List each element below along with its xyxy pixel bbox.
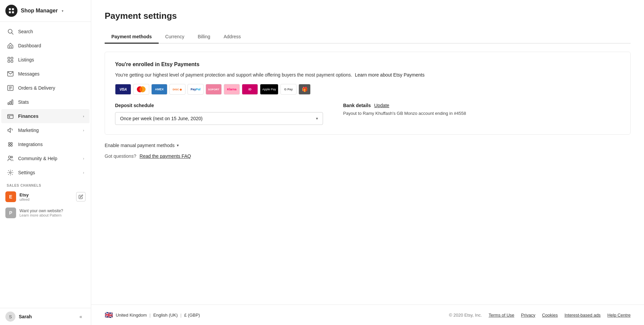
faq-prefix: Got questions?: [105, 153, 136, 159]
home-icon: [7, 42, 14, 49]
community-chevron: ›: [83, 156, 84, 160]
enrolled-title: You're enrolled in Etsy Payments: [115, 61, 620, 67]
sidebar-item-integrations[interactable]: Integrations: [1, 137, 90, 151]
paypal-icon: PayPal: [187, 84, 204, 95]
ideal-icon: iD: [242, 84, 258, 95]
interest-ads-link[interactable]: Interest-based ads: [565, 313, 601, 318]
sidebar-item-finances[interactable]: Finances ›: [1, 109, 90, 123]
channel-pattern[interactable]: P Want your own website? Learn more abou…: [0, 205, 91, 221]
visa-icon: VISA: [115, 84, 131, 95]
sidebar-item-listings-label: Listings: [18, 57, 84, 62]
sidebar-item-settings-label: Settings: [18, 170, 79, 175]
etsy-channel-name: Etsy: [19, 192, 73, 197]
pattern-channel-name: Want your own website?: [19, 208, 86, 213]
etsy-channel-info: Etsy uifeed: [19, 192, 73, 201]
footer-locale[interactable]: 🇬🇧 United Kingdom | English (UK) | £ (GB…: [105, 311, 200, 319]
svg-point-24: [11, 145, 12, 146]
svg-rect-6: [8, 46, 13, 48]
svg-rect-20: [9, 117, 10, 118]
help-centre-link[interactable]: Help Centre: [607, 313, 631, 318]
gift-card-icon: 🎁: [299, 84, 311, 95]
payment-methods-card: You're enrolled in Etsy Payments You're …: [105, 52, 631, 135]
sidebar-item-orders-label: Orders & Delivery: [18, 85, 84, 91]
svg-rect-18: [12, 100, 13, 104]
settings-icon: [7, 169, 14, 176]
footer-separator-1: |: [150, 313, 151, 318]
etsy-edit-button[interactable]: [76, 192, 86, 201]
bank-details-section: Bank details Update Payout to Ramy Khuff…: [343, 103, 620, 116]
applepay-icon: Apple Pay: [260, 84, 278, 95]
bank-update-link[interactable]: Update: [374, 103, 389, 108]
community-icon: [7, 155, 14, 162]
tab-address[interactable]: Address: [217, 31, 248, 44]
svg-point-21: [8, 142, 10, 144]
svg-point-25: [8, 156, 11, 158]
svg-point-23: [8, 145, 10, 146]
sidebar-bottom: S Sarah «: [0, 308, 91, 325]
search-icon: [7, 28, 14, 35]
deposit-schedule-select[interactable]: Once per week (next on 15 June, 2020) ▾: [115, 112, 323, 125]
footer-separator-2: |: [180, 313, 181, 318]
sidebar-item-search[interactable]: Search: [1, 25, 90, 39]
sidebar-item-integrations-label: Integrations: [18, 142, 84, 147]
cookies-link[interactable]: Cookies: [542, 313, 558, 318]
sidebar-item-dashboard[interactable]: Dashboard: [1, 39, 90, 53]
amex-icon: AMEX: [151, 84, 167, 95]
sidebar-item-messages[interactable]: Messages: [1, 67, 90, 81]
shop-manager-chevron: ▾: [62, 9, 63, 13]
svg-rect-16: [8, 103, 9, 105]
tabs-bar: Payment methods Currency Billing Address: [105, 31, 631, 44]
faq-row: Got questions? Read the payments FAQ: [105, 153, 631, 159]
deposit-bank-row: Deposit schedule Once per week (next on …: [115, 103, 620, 125]
terms-link[interactable]: Terms of Use: [489, 313, 515, 318]
enrolled-description: You're getting our highest level of paym…: [115, 72, 620, 79]
payment-icons-row: VISA AMEX DISC ● PayPal SOFORT: [115, 84, 620, 95]
discover-icon: DISC ●: [169, 84, 185, 95]
deposit-schedule-value: Once per week (next on 15 June, 2020): [120, 116, 203, 121]
mail-icon: [7, 70, 14, 78]
svg-rect-8: [11, 57, 13, 59]
marketing-icon: [7, 127, 14, 134]
manual-payment-label: Enable manual payment methods: [105, 143, 175, 148]
footer-links: © 2020 Etsy, Inc. Terms of Use Privacy C…: [449, 313, 631, 318]
footer-language: English (UK): [153, 313, 178, 318]
integrations-icon: [7, 141, 14, 148]
footer-copyright: © 2020 Etsy, Inc.: [449, 313, 482, 318]
sidebar-item-marketing[interactable]: Marketing ›: [1, 123, 90, 137]
sidebar-item-marketing-label: Marketing: [18, 128, 79, 133]
tab-currency[interactable]: Currency: [159, 31, 191, 44]
sidebar-item-community-label: Community & Help: [18, 156, 79, 161]
user-name: Sarah: [19, 314, 73, 319]
tab-payment-methods[interactable]: Payment methods: [105, 31, 159, 44]
footer: 🇬🇧 United Kingdom | English (UK) | £ (GB…: [91, 305, 644, 325]
sidebar-item-stats-label: Stats: [18, 99, 84, 105]
sidebar-header[interactable]: Shop Manager ▾: [0, 0, 91, 22]
sidebar-item-community[interactable]: Community & Help ›: [1, 151, 90, 166]
sofort-icon: SOFORT: [206, 84, 222, 95]
channel-etsy[interactable]: E Etsy uifeed: [0, 189, 91, 205]
sidebar-item-stats[interactable]: Stats: [1, 95, 90, 109]
listings-icon: [7, 56, 14, 63]
bank-label-text: Bank details: [343, 103, 371, 108]
privacy-link[interactable]: Privacy: [521, 313, 535, 318]
faq-link[interactable]: Read the payments FAQ: [140, 153, 191, 159]
deposit-section: Deposit schedule Once per week (next on …: [115, 103, 323, 125]
learn-more-link[interactable]: Learn more about Etsy Payments: [355, 72, 425, 78]
svg-rect-9: [8, 60, 10, 62]
pattern-channel-info: Want your own website? Learn more about …: [19, 208, 86, 217]
sidebar-item-settings[interactable]: Settings ›: [1, 166, 90, 180]
sidebar-item-listings[interactable]: Listings: [1, 53, 90, 67]
deposit-label: Deposit schedule: [115, 103, 323, 108]
footer-currency: £ (GBP): [184, 313, 200, 318]
tab-billing[interactable]: Billing: [191, 31, 217, 44]
page-title: Payment settings: [105, 11, 631, 21]
shop-manager-title: Shop Manager: [21, 8, 58, 14]
manual-payment-toggle[interactable]: Enable manual payment methods ▾: [105, 143, 631, 148]
user-avatar: S: [5, 312, 15, 322]
sidebar-item-finances-label: Finances: [18, 113, 79, 119]
klarna-icon: Klarna: [224, 84, 240, 95]
marketing-chevron: ›: [83, 128, 84, 132]
sidebar-item-search-label: Search: [18, 29, 84, 34]
sidebar-item-orders[interactable]: Orders & Delivery: [1, 81, 90, 95]
sidebar-collapse-button[interactable]: «: [76, 312, 86, 321]
